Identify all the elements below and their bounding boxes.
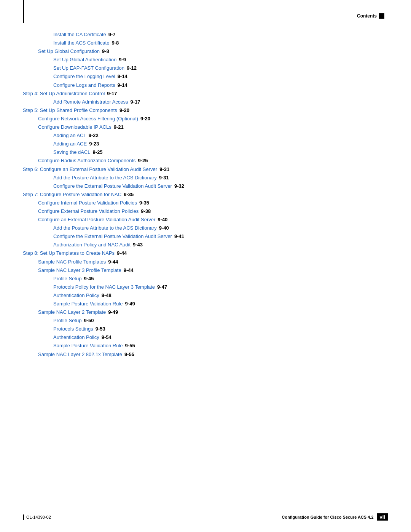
toc-link-install-ca[interactable]: Install the CA Certificate (53, 30, 106, 39)
toc-page-sample-nac-profile: 9-44 (108, 258, 118, 266)
toc-link-auth-policy-nac-audit[interactable]: Authorization Policy and NAC Audit (53, 241, 131, 249)
toc-entry-configure-logging-level: Configure the Logging Level9-14 (53, 72, 388, 81)
toc-entry-adding-ace: Adding an ACE9-23 (53, 140, 388, 148)
toc-page-sample-nac-layer3: 9-44 (124, 266, 134, 275)
toc-entry-sample-posture-rule-1: Sample Posture Validation Rule9-49 (53, 300, 388, 308)
toc-page-configure-external-posture: 9-38 (141, 207, 151, 216)
toc-content: Install the CA Certificate9-7Install the… (23, 30, 388, 502)
toc-page-add-posture-attr-2: 9-40 (159, 224, 169, 232)
toc-entry-configure-dacl: Configure Downloadable IP ACLs9-21 (38, 123, 388, 131)
footer-left-bar (23, 514, 24, 520)
toc-page-configure-naf: 9-20 (140, 115, 150, 123)
toc-entry-install-ca: Install the CA Certificate9-7 (53, 30, 388, 39)
toc-entry-protocols-settings: Protocols Settings9-53 (53, 325, 388, 333)
toc-entry-install-acs: Install the ACS Certificate9-8 (53, 39, 388, 47)
toc-entry-configure-radius: Configure Radius Authorization Component… (38, 157, 388, 165)
toc-page-sample-posture-rule-1: 9-49 (125, 300, 135, 308)
toc-entry-set-up-global-config: Set Up Global Configuration9-8 (38, 47, 388, 56)
toc-entry-auth-policy-1: Authentication Policy9-48 (53, 291, 388, 300)
toc-link-add-remote-admin[interactable]: Add Remote Administrator Access (53, 98, 128, 106)
toc-page-sample-posture-rule-2: 9-55 (125, 342, 135, 350)
toc-page-step5: 9-20 (119, 106, 129, 115)
toc-page-configure-logs-reports: 9-14 (118, 81, 127, 89)
toc-link-configure-logs-reports[interactable]: Configure Logs and Reports (53, 81, 115, 89)
toc-link-auth-policy-1[interactable]: Authentication Policy (53, 291, 99, 300)
footer: OL-14390-02 Configuration Guide for Cisc… (23, 513, 388, 521)
toc-link-configure-naf[interactable]: Configure Network Access Filtering (Opti… (38, 115, 138, 123)
toc-page-protocols-settings: 9-53 (96, 325, 105, 333)
toc-link-step7[interactable]: Step 7: Configure Posture Validation for… (23, 190, 121, 199)
toc-entry-add-posture-attr: Add the Posture Attribute to the ACS Dic… (53, 174, 388, 182)
left-bar-decoration (23, 0, 24, 23)
toc-page-sample-nac-layer2-8021x: 9-55 (124, 350, 134, 359)
toc-link-adding-ace[interactable]: Adding an ACE (53, 140, 87, 148)
toc-page-sample-nac-layer2: 9-49 (108, 308, 118, 316)
toc-link-protocols-policy-nac[interactable]: Protocols Policy for the NAC Layer 3 Tem… (53, 283, 155, 291)
toc-entry-configure-ext-posture-1: Configure the External Posture Validatio… (53, 182, 388, 190)
toc-page-configure-internal-posture: 9-35 (139, 199, 149, 207)
toc-link-protocols-settings[interactable]: Protocols Settings (53, 325, 93, 333)
toc-link-step5[interactable]: Step 5: Set Up Shared Profile Components (23, 106, 117, 115)
toc-page-step4: 9-17 (107, 89, 117, 98)
toc-link-configure-ext-posture-2[interactable]: Configure an External Posture Validation… (38, 216, 155, 224)
toc-link-configure-radius[interactable]: Configure Radius Authorization Component… (38, 157, 136, 165)
toc-entry-profile-setup-1: Profile Setup9-45 (53, 275, 388, 283)
page-header: Contents (357, 13, 384, 19)
toc-link-set-up-global-config[interactable]: Set Up Global Configuration (38, 47, 100, 56)
toc-page-protocols-policy-nac: 9-47 (157, 283, 167, 291)
toc-entry-configure-external-posture: Configure External Posture Validation Po… (38, 207, 388, 216)
footer-page-number: vii (377, 513, 388, 521)
toc-page-configure-ext-posture-3: 9-41 (174, 232, 184, 241)
toc-entry-step4: Step 4: Set Up Administration Control9-1… (23, 89, 388, 98)
toc-link-install-acs[interactable]: Install the ACS Certificate (53, 39, 109, 47)
toc-page-add-posture-attr: 9-31 (159, 174, 169, 182)
toc-link-profile-setup-2[interactable]: Profile Setup (53, 316, 81, 325)
toc-entry-sample-nac-layer2: Sample NAC Layer 2 Template9-49 (38, 308, 388, 316)
toc-entry-step8: Step 8: Set Up Templates to Create NAPs9… (23, 249, 388, 257)
toc-link-set-up-global-auth[interactable]: Set Up Global Authentication (53, 56, 116, 64)
header-square (379, 13, 384, 19)
toc-link-configure-dacl[interactable]: Configure Downloadable IP ACLs (38, 123, 112, 131)
toc-link-sample-nac-profile[interactable]: Sample NAC Profile Templates (38, 258, 106, 266)
toc-link-sample-posture-rule-1[interactable]: Sample Posture Validation Rule (53, 300, 123, 308)
toc-link-add-posture-attr-2[interactable]: Add the Posture Attribute to the ACS Dic… (53, 224, 157, 232)
toc-entry-step5: Step 5: Set Up Shared Profile Components… (23, 106, 388, 115)
toc-link-sample-nac-layer2[interactable]: Sample NAC Layer 2 Template (38, 308, 106, 316)
toc-page-configure-logging-level: 9-14 (118, 72, 127, 81)
toc-entry-set-up-global-auth: Set Up Global Authentication9-9 (53, 56, 388, 64)
toc-page-install-ca: 9-7 (108, 30, 116, 39)
toc-link-auth-policy-2[interactable]: Authentication Policy (53, 333, 99, 342)
toc-link-set-up-eap-fast[interactable]: Set Up EAP-FAST Configuration (53, 64, 124, 72)
toc-link-sample-posture-rule-2[interactable]: Sample Posture Validation Rule (53, 342, 123, 350)
toc-entry-sample-nac-profile: Sample NAC Profile Templates9-44 (38, 258, 388, 266)
toc-link-step4[interactable]: Step 4: Set Up Administration Control (23, 89, 105, 98)
toc-entry-profile-setup-2: Profile Setup9-50 (53, 316, 388, 325)
toc-link-configure-ext-posture-3[interactable]: Configure the External Posture Validatio… (53, 232, 172, 241)
toc-link-step8[interactable]: Step 8: Set Up Templates to Create NAPs (23, 249, 115, 257)
toc-link-step6[interactable]: Step 6: Configure an External Posture Va… (23, 165, 157, 174)
toc-page-set-up-global-auth: 9-9 (119, 56, 126, 64)
toc-page-set-up-global-config: 9-8 (102, 47, 109, 56)
toc-entry-add-remote-admin: Add Remote Administrator Access9-17 (53, 98, 388, 106)
bottom-border (23, 509, 388, 509)
toc-link-profile-setup-1[interactable]: Profile Setup (53, 275, 81, 283)
toc-entry-configure-logs-reports: Configure Logs and Reports9-14 (53, 81, 388, 89)
footer-doc-num: OL-14390-02 (26, 515, 51, 519)
toc-list: Install the CA Certificate9-7Install the… (23, 30, 388, 359)
toc-entry-sample-posture-rule-2: Sample Posture Validation Rule9-55 (53, 342, 388, 350)
toc-entry-auth-policy-2: Authentication Policy9-54 (53, 333, 388, 342)
toc-entry-set-up-eap-fast: Set Up EAP-FAST Configuration9-12 (53, 64, 388, 72)
toc-link-sample-nac-layer3[interactable]: Sample NAC Layer 3 Profile Template (38, 266, 121, 275)
toc-link-sample-nac-layer2-8021x[interactable]: Sample NAC Layer 2 802.1x Template (38, 350, 122, 359)
toc-link-add-posture-attr[interactable]: Add the Posture Attribute to the ACS Dic… (53, 174, 157, 182)
toc-link-configure-ext-posture-1[interactable]: Configure the External Posture Validatio… (53, 182, 172, 190)
toc-link-configure-logging-level[interactable]: Configure the Logging Level (53, 72, 115, 81)
toc-link-saving-dacl[interactable]: Saving the dACL (53, 148, 91, 157)
toc-entry-step7: Step 7: Configure Posture Validation for… (23, 190, 388, 199)
toc-page-auth-policy-1: 9-48 (102, 291, 112, 300)
toc-link-configure-external-posture[interactable]: Configure External Posture Validation Po… (38, 207, 139, 216)
toc-page-step7: 9-35 (124, 190, 134, 199)
toc-link-configure-internal-posture[interactable]: Configure Internal Posture Validation Po… (38, 199, 137, 207)
header-title: Contents (357, 13, 377, 19)
toc-link-adding-acl[interactable]: Adding an ACL (53, 131, 86, 140)
